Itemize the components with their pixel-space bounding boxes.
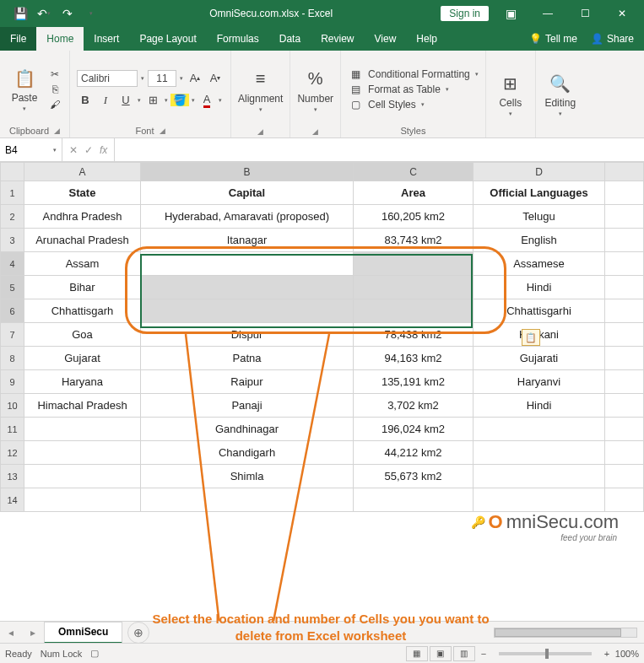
cell[interactable] — [24, 418, 141, 441]
paste-options-icon[interactable]: 📋 — [522, 329, 540, 346]
zoom-level[interactable]: 100% — [615, 649, 639, 659]
name-box[interactable]: B4▾ — [0, 138, 62, 161]
cell[interactable]: English — [474, 229, 605, 252]
cell[interactable]: State — [24, 181, 141, 205]
view-normal-icon[interactable]: ▦ — [406, 646, 428, 661]
cell[interactable] — [354, 252, 474, 276]
cell[interactable]: Himachal Pradesh — [24, 394, 141, 418]
cell[interactable]: Goa — [24, 323, 141, 347]
sign-in-button[interactable]: Sign in — [441, 6, 489, 21]
maximize-button[interactable]: ☐ — [566, 0, 603, 27]
cell[interactable] — [474, 465, 605, 488]
cut-icon[interactable]: ✂ — [47, 67, 62, 81]
clipboard-launcher-icon[interactable]: ◢ — [54, 127, 60, 135]
cells-button[interactable]: ⊞ Cells ▾ — [493, 72, 528, 117]
cell[interactable]: 44,212 km2 — [354, 441, 474, 465]
row-header[interactable]: 11 — [1, 418, 24, 441]
cell[interactable]: 135,191 km2 — [354, 370, 474, 394]
conditional-formatting-button[interactable]: ▦Conditional Formatting ▾ — [348, 68, 479, 80]
cell[interactable] — [474, 488, 605, 512]
cell[interactable] — [474, 418, 605, 441]
view-page-break-icon[interactable]: ▥ — [453, 646, 475, 661]
enter-fx-icon[interactable]: ✓ — [84, 144, 93, 156]
format-painter-icon[interactable]: 🖌 — [47, 98, 62, 111]
cell[interactable] — [354, 276, 474, 299]
cell[interactable]: Hyderabad, Amaravati (proposed) — [141, 205, 354, 229]
qat-custom-icon[interactable]: ▾ — [81, 3, 101, 24]
minimize-button[interactable]: — — [529, 0, 566, 27]
tab-data[interactable]: Data — [269, 27, 311, 51]
share-button[interactable]: 👤Share — [586, 33, 639, 45]
cell[interactable]: Arunachal Pradesh — [24, 229, 141, 252]
font-name-select[interactable]: Calibri — [77, 70, 138, 87]
sheet-nav-prev[interactable]: ◂ — [0, 627, 22, 639]
cell[interactable]: Assamese — [474, 252, 605, 276]
border-button[interactable]: ⊞ — [144, 92, 161, 109]
row-header[interactable]: 10 — [1, 394, 24, 418]
sheet-nav-next[interactable]: ▸ — [22, 627, 44, 639]
row-header[interactable]: 1 — [1, 181, 24, 205]
row-header[interactable]: 5 — [1, 276, 24, 299]
tab-insert[interactable]: Insert — [84, 27, 129, 51]
cell[interactable]: Hindi — [474, 394, 605, 418]
cell[interactable] — [141, 252, 354, 276]
number-button[interactable]: % Number ▾ — [297, 67, 333, 113]
cell[interactable]: 78,438 km2 — [354, 323, 474, 347]
cell[interactable] — [141, 488, 354, 512]
sheet-tab-active[interactable]: OmniSecu — [44, 622, 122, 644]
cell[interactable]: 160,205 km2 — [354, 205, 474, 229]
row-header[interactable]: 9 — [1, 370, 24, 394]
col-header-B[interactable]: B — [141, 163, 354, 181]
zoom-out-button[interactable]: − — [477, 649, 490, 659]
row-header[interactable]: 13 — [1, 465, 24, 488]
cell[interactable] — [24, 488, 141, 512]
close-button[interactable]: ✕ — [603, 0, 641, 27]
cell[interactable]: Chhattisgarh — [24, 299, 141, 323]
cell[interactable]: Bihar — [24, 276, 141, 299]
redo-icon[interactable]: ↷ — [57, 3, 78, 24]
save-icon[interactable]: 💾 — [10, 3, 30, 24]
bold-button[interactable]: B — [77, 92, 94, 109]
row-header[interactable]: 6 — [1, 299, 24, 323]
row-header[interactable]: 3 — [1, 229, 24, 252]
select-all-corner[interactable] — [1, 163, 24, 181]
cell[interactable]: 55,673 km2 — [354, 465, 474, 488]
tab-formulas[interactable]: Formulas — [207, 27, 269, 51]
cell[interactable]: 83,743 km2 — [354, 229, 474, 252]
tab-review[interactable]: Review — [311, 27, 364, 51]
row-header[interactable]: 7 — [1, 323, 24, 347]
view-page-layout-icon[interactable]: ▣ — [430, 646, 452, 661]
cancel-fx-icon[interactable]: ✕ — [69, 144, 78, 156]
tell-me-button[interactable]: 💡Tell me — [524, 33, 582, 45]
fx-icon[interactable]: fx — [100, 144, 107, 156]
cell[interactable]: Chandigarh — [141, 441, 354, 465]
tab-page-layout[interactable]: Page Layout — [129, 27, 206, 51]
cell[interactable]: Assam — [24, 252, 141, 276]
cell[interactable]: Gujarat — [24, 347, 141, 370]
cell[interactable] — [354, 488, 474, 512]
horizontal-scrollbar[interactable] — [494, 628, 637, 638]
cell[interactable]: Patna — [141, 347, 354, 370]
cell[interactable] — [141, 276, 354, 299]
row-header[interactable]: 8 — [1, 347, 24, 370]
cell[interactable]: 196,024 km2 — [354, 418, 474, 441]
cell-styles-button[interactable]: ▢Cell Styles ▾ — [348, 99, 479, 110]
increase-font-icon[interactable]: A▴ — [187, 70, 203, 87]
alignment-button[interactable]: ≡ Alignment ▾ — [238, 67, 283, 113]
cell[interactable] — [141, 299, 354, 323]
row-header[interactable]: 14 — [1, 488, 24, 512]
cell[interactable]: Gujarati — [474, 347, 605, 370]
cell[interactable]: Haryana — [24, 370, 141, 394]
cell[interactable]: Shimla — [141, 465, 354, 488]
decrease-font-icon[interactable]: A▾ — [207, 70, 224, 87]
cell[interactable]: Gandhinagar — [141, 418, 354, 441]
alignment-launcher-icon[interactable]: ◢ — [257, 127, 263, 136]
cell[interactable] — [474, 441, 605, 465]
cell[interactable]: 3,702 km2 — [354, 394, 474, 418]
font-size-select[interactable]: 11 — [148, 70, 176, 87]
worksheet-grid[interactable]: A B C D 1StateCapitalAreaOfficial Langua… — [0, 162, 644, 621]
macro-record-icon[interactable]: ▢ — [90, 648, 99, 659]
paste-button[interactable]: 📋 Paste ▾ — [7, 67, 42, 112]
editing-button[interactable]: 🔍 Editing ▾ — [543, 72, 578, 117]
row-header[interactable]: 2 — [1, 205, 24, 229]
